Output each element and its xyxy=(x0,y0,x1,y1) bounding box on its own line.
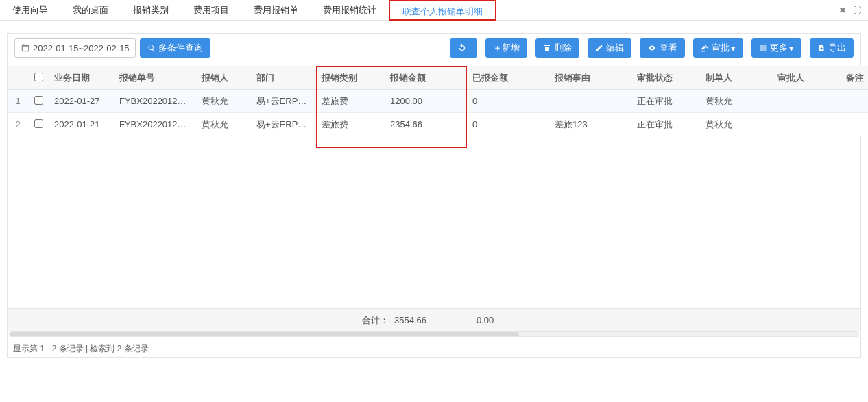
col-creator[interactable]: 制单人 xyxy=(700,66,772,90)
record-count-text: 显示第 1 - 2 条记录 | 检索到 2 条记录 xyxy=(13,343,149,355)
cell-person: 黄秋允 xyxy=(196,90,251,113)
col-paid[interactable]: 已报金额 xyxy=(467,66,549,90)
tab-category[interactable]: 报销类别 xyxy=(121,0,181,21)
col-remark[interactable]: 备注 xyxy=(841,66,868,90)
fullscreen-icon[interactable]: ⛶ xyxy=(853,5,861,15)
cell-dept: 易+云ERP演示 xyxy=(251,113,316,136)
cell-creator: 黄秋允 xyxy=(700,90,772,113)
eye-icon xyxy=(647,44,657,52)
cell-checkbox[interactable] xyxy=(28,90,49,113)
scrollbar-thumb[interactable] xyxy=(10,332,519,336)
cell-person: 黄秋允 xyxy=(196,113,251,136)
cell-status: 正在审批 xyxy=(631,90,700,113)
summary-bar: 合计： 3554.66 0.00 xyxy=(8,308,860,331)
approve-label: 审批 xyxy=(712,42,730,54)
cell-paid: 0 xyxy=(467,113,549,136)
tab-expense[interactable]: 费用报销单 xyxy=(241,0,311,21)
cell-amount: 1200.00 xyxy=(385,90,467,113)
plus-icon: ＋ xyxy=(493,42,502,54)
cell-date: 2022-01-27 xyxy=(49,90,114,113)
cell-no: FYBX2022012100… xyxy=(114,113,196,136)
cell-reason xyxy=(549,90,631,113)
cell-reason: 差旅123 xyxy=(549,113,631,136)
cell-rownum: 1 xyxy=(8,90,28,113)
cell-paid: 0 xyxy=(467,90,549,113)
close-tab-icon[interactable]: ✖ xyxy=(839,5,846,15)
date-range-text: 2022-01-15~2022-02-15 xyxy=(33,43,130,53)
data-table-wrap: 业务日期 报销单号 报销人 部门 报销类别 报销金额 已报金额 报销事由 审批状… xyxy=(8,66,860,136)
list-icon xyxy=(759,44,767,52)
add-button[interactable]: ＋新增 xyxy=(485,38,527,58)
chevron-down-icon: ▾ xyxy=(731,43,736,53)
col-date[interactable]: 业务日期 xyxy=(49,66,114,90)
summary-amount: 3554.66 xyxy=(394,315,477,325)
summary-label: 合计： xyxy=(346,314,394,327)
data-table: 业务日期 报销单号 报销人 部门 报销类别 报销金额 已报金额 报销事由 审批状… xyxy=(8,66,868,136)
table-row[interactable]: 12022-01-27FYBX2022012700…黄秋允易+云ERP演示差旅费… xyxy=(8,90,868,113)
view-button[interactable]: 查看 xyxy=(640,38,685,58)
delete-label: 删除 xyxy=(554,42,572,54)
export-icon xyxy=(817,44,825,52)
export-label: 导出 xyxy=(828,42,846,54)
more-button[interactable]: 更多▾ xyxy=(751,38,801,58)
toolbar: 2022-01-15~2022-02-15 多条件查询 ＋新增 删除 编辑 xyxy=(8,34,860,66)
cell-creator: 黄秋允 xyxy=(700,113,772,136)
cell-category: 差旅费 xyxy=(316,90,385,113)
col-amount[interactable]: 报销金额 xyxy=(385,66,467,90)
cell-remark xyxy=(841,113,868,136)
col-reason[interactable]: 报销事由 xyxy=(549,66,631,90)
col-checkbox[interactable] xyxy=(28,66,49,90)
cell-category: 差旅费 xyxy=(316,113,385,136)
col-approver[interactable]: 审批人 xyxy=(772,66,841,90)
work-area: 2022-01-15~2022-02-15 多条件查询 ＋新增 删除 编辑 xyxy=(7,33,861,358)
cell-dept: 易+云ERP演示 xyxy=(251,90,316,113)
tab-lookup-detail[interactable]: 联查个人报销单明细 xyxy=(389,0,496,21)
export-button[interactable]: 导出 xyxy=(810,38,854,58)
footer-status: 显示第 1 - 2 条记录 | 检索到 2 条记录 xyxy=(8,340,860,357)
multi-query-label: 多条件查询 xyxy=(158,42,203,54)
col-status[interactable]: 审批状态 xyxy=(631,66,700,90)
add-label: 新增 xyxy=(502,42,520,54)
view-label: 查看 xyxy=(660,42,677,54)
gavel-icon xyxy=(701,44,709,52)
cell-no: FYBX2022012700… xyxy=(114,90,196,113)
cell-checkbox[interactable] xyxy=(28,113,49,136)
approve-button[interactable]: 审批▾ xyxy=(693,38,743,58)
table-header-row: 业务日期 报销单号 报销人 部门 报销类别 报销金额 已报金额 报销事由 审批状… xyxy=(8,66,868,90)
table-row[interactable]: 22022-01-21FYBX2022012100…黄秋允易+云ERP演示差旅费… xyxy=(8,113,868,136)
cell-approver xyxy=(772,90,841,113)
cell-date: 2022-01-21 xyxy=(49,113,114,136)
multi-query-button[interactable]: 多条件查询 xyxy=(140,38,210,58)
refresh-icon xyxy=(457,43,467,53)
calendar-icon xyxy=(21,43,30,53)
search-icon xyxy=(147,44,156,52)
col-person[interactable]: 报销人 xyxy=(196,66,251,90)
cell-status: 正在审批 xyxy=(631,113,700,136)
tab-desktop[interactable]: 我的桌面 xyxy=(60,0,121,21)
cell-amount: 2354.66 xyxy=(385,113,467,136)
col-no[interactable]: 报销单号 xyxy=(114,66,196,90)
col-rownum xyxy=(8,66,28,90)
tab-bar: 使用向导 我的桌面 报销类别 费用项目 费用报销单 费用报销统计 联查个人报销单… xyxy=(0,0,868,21)
pencil-icon xyxy=(595,44,603,52)
cell-rownum: 2 xyxy=(8,113,28,136)
date-range-picker[interactable]: 2022-01-15~2022-02-15 xyxy=(14,38,136,58)
summary-paid: 0.00 xyxy=(477,315,559,325)
cell-remark xyxy=(841,90,868,113)
horizontal-scrollbar[interactable] xyxy=(9,331,859,337)
trash-icon xyxy=(543,44,551,52)
tab-guide[interactable]: 使用向导 xyxy=(0,0,60,21)
delete-button[interactable]: 删除 xyxy=(535,38,579,58)
edit-button[interactable]: 编辑 xyxy=(588,38,631,58)
tab-item[interactable]: 费用项目 xyxy=(181,0,241,21)
tab-stats[interactable]: 费用报销统计 xyxy=(311,0,389,21)
col-category[interactable]: 报销类别 xyxy=(316,66,385,90)
edit-label: 编辑 xyxy=(606,42,624,54)
cell-approver xyxy=(772,113,841,136)
refresh-button[interactable] xyxy=(450,38,477,58)
col-dept[interactable]: 部门 xyxy=(251,66,316,90)
chevron-down-icon: ▾ xyxy=(789,43,794,53)
more-label: 更多 xyxy=(770,42,788,54)
